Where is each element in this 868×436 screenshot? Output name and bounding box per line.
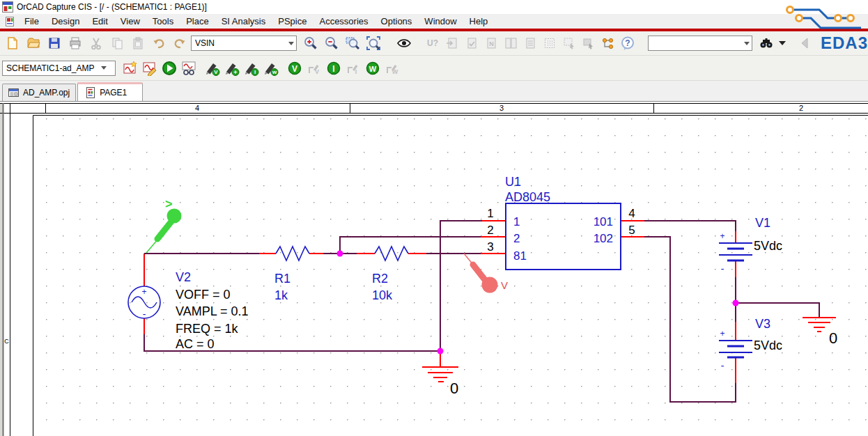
zoom-in-button[interactable] [301,34,320,52]
menu-help[interactable]: Help [463,15,495,27]
chevron-down-icon[interactable] [288,42,294,45]
view-simulation-results-button[interactable] [180,59,197,77]
svg-text:+: + [141,287,146,297]
zoom-out-button[interactable] [322,34,341,52]
tab-project-manager[interactable]: AD_AMP.opj [2,84,76,101]
voltage-diff-probe-pen-icon: + [224,61,240,76]
menu-edit[interactable]: Edit [86,15,114,27]
svg-text:V: V [291,63,297,73]
redo-button[interactable] [170,34,189,52]
design-rules-check-icon [465,36,479,50]
run-icon [161,60,178,77]
paste-clipboard-icon [131,36,145,50]
app-icon [2,1,13,13]
search-options-caret[interactable] [779,41,786,45]
current-probe-pen-icon: I [244,61,259,76]
svg-text:V: V [314,68,318,75]
zoom-to-all-button[interactable] [364,34,382,52]
svg-text:?: ? [625,38,630,48]
probe-v-label: V [501,279,508,291]
voltage-diff-probe-pen-button[interactable]: + [223,59,240,77]
block-select-icon [582,36,596,50]
svg-text:U?: U? [427,38,438,48]
menu-design[interactable]: Design [45,15,86,27]
tab-page1[interactable]: PAGE1 [77,82,143,101]
binoculars-icon [759,36,774,51]
annotate-button: U? [424,34,441,52]
project-manager-icon [8,87,20,98]
search-combobox[interactable] [648,36,752,51]
simulation-profile-combobox[interactable]: SCHEMATIC1-ad_AMP [2,61,116,76]
run-pspice-button[interactable] [160,59,178,77]
v2-prop-freq: FREQ = 1k [176,322,239,336]
menu-pspice[interactable]: PSpice [272,15,313,27]
search-button[interactable] [757,34,775,52]
document-menu-icon[interactable] [4,16,15,27]
u1-pin-name-102: 102 [594,232,613,245]
menu-place[interactable]: Place [180,15,215,27]
menu-tools[interactable]: Tools [146,15,180,27]
power-dissipation-marker-button[interactable]: W [364,59,381,77]
voltage-probe-pen-button[interactable]: V [203,59,221,77]
eye-icon [396,36,412,51]
r2-value-label: 10k [372,288,393,302]
junction-dot[interactable] [337,251,343,257]
undo-button[interactable] [149,34,168,52]
new-simulation-profile-button[interactable] [121,59,139,77]
r1-value-label: 1k [274,288,288,302]
r1-ref-label: R1 [274,272,290,286]
tab-page-label: PAGE1 [100,88,127,98]
zoom-all-icon [366,36,381,51]
edit-simulation-profile-button[interactable] [141,59,158,77]
help-button[interactable]: ? [619,34,636,52]
open-folder-icon [26,36,40,50]
brand-logo-text: EDA365 [821,33,868,53]
menu-si-analysis[interactable]: SI Analysis [215,15,272,27]
new-document-button[interactable] [3,34,22,52]
v3-ref-label: V3 [755,317,770,331]
area-select-icon [562,36,576,50]
annotate-icon: U? [425,36,440,51]
junction-dot[interactable] [437,348,444,355]
voltage-level-marker-button[interactable]: V [286,59,303,77]
hierarchy-button[interactable] [599,34,617,52]
menu-accessories[interactable]: Accessories [313,15,374,27]
menu-file[interactable]: File [18,15,45,27]
printer-icon [68,36,82,50]
junction-dot[interactable] [733,300,739,306]
edit-simulation-profile-icon [142,61,157,76]
menu-view[interactable]: View [114,15,146,27]
probe-direction-glyph: > [165,197,173,211]
power-marker-icon: W [365,61,380,76]
svg-text:W: W [392,68,398,75]
u1-pin-number-2: 2 [487,224,493,237]
print-button[interactable] [65,34,84,52]
v1-ref-label: V1 [755,216,770,230]
bill-of-materials-button [521,34,538,52]
menu-window[interactable]: Window [418,15,463,27]
chevron-down-icon[interactable] [101,66,107,70]
new-document-icon [6,36,20,50]
page-rulers: 4 3 2 C [0,103,868,436]
copy-icon [110,36,124,50]
snap-to-grid-toggle[interactable] [394,34,413,52]
power-probe-pen-button[interactable]: w [262,59,279,77]
pspice-toolbar: SCHEMATIC1-ad_AMP [0,56,868,81]
open-document-button[interactable] [24,34,42,52]
menu-options[interactable]: Options [375,15,419,27]
zoom-in-icon [303,36,318,51]
svg-text:V: V [214,69,218,75]
save-button[interactable] [45,34,63,52]
part-combobox[interactable]: VSIN [191,36,297,51]
schematic-canvas[interactable]: 4 3 2 C [0,102,868,436]
voltage-probe-pen-icon: V [205,61,220,76]
v2-prop-vampl: VAMPL = 0.1 [176,304,249,318]
current-into-pin-marker-button: I [344,59,362,77]
chevron-down-icon[interactable] [744,42,750,45]
u1-pin-name-2: 2 [513,232,520,245]
current-probe-pen-button[interactable]: I [242,59,260,77]
v1-value-label: 5Vdc [754,239,782,253]
r2-ref-label: R2 [372,272,388,286]
zoom-to-region-button[interactable] [343,34,362,52]
current-marker-button[interactable]: I [325,59,342,77]
